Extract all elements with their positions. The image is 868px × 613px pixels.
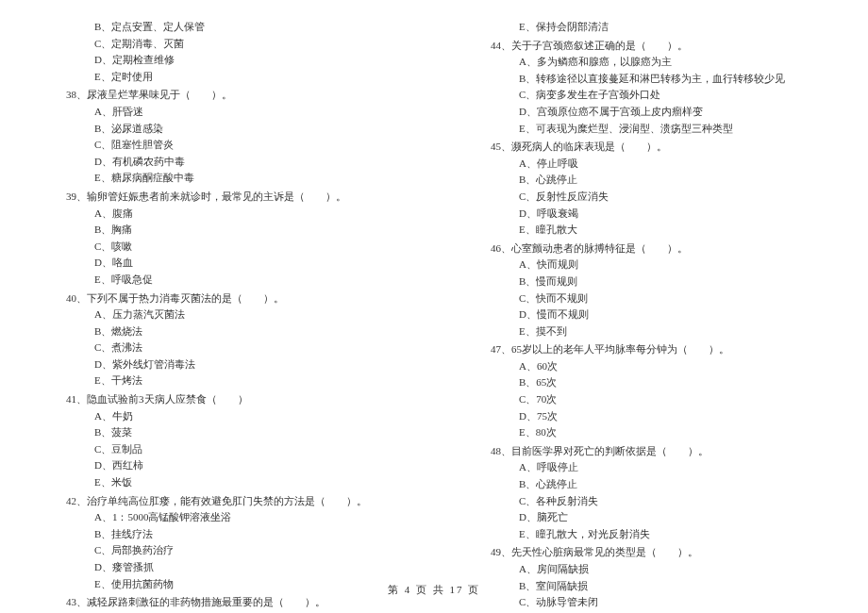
option-line: D、脑死亡 (462, 509, 830, 526)
question-stem: 44、关于子宫颈癌叙述正确的是（ ）。 (462, 38, 830, 55)
question-stem: 45、濒死病人的临床表现是（ ）。 (462, 139, 830, 156)
option-line: D、呼吸衰竭 (462, 206, 830, 223)
option-line: B、定点安置、定人保管 (38, 19, 406, 36)
option-line: E、糖尿病酮症酸中毒 (38, 170, 406, 187)
question-stem: 46、心室颤动患者的脉搏特征是（ ）。 (462, 240, 830, 257)
option-line: E、干烤法 (38, 373, 406, 389)
option-line: D、定期检查维修 (38, 52, 406, 69)
option-line: E、呼吸急促 (38, 272, 406, 289)
option-line: D、慢而不规则 (462, 306, 830, 323)
option-line: A、多为鳞癌和腺癌，以腺癌为主 (462, 54, 830, 71)
option-line: E、米饭 (38, 474, 406, 491)
question-stem: 47、65岁以上的老年人平均脉率每分钟为（ ）。 (462, 341, 830, 358)
option-line: E、瞳孔散大，对光反射消失 (462, 526, 830, 543)
option-line: E、定时使用 (38, 69, 406, 86)
option-line: C、煮沸法 (38, 340, 406, 356)
option-line: B、慢而规则 (462, 273, 830, 290)
option-line: C、局部换药治疗 (38, 542, 406, 559)
option-line: E、摸不到 (462, 323, 830, 340)
option-line: B、胸痛 (38, 222, 406, 239)
question-stem: 39、输卵管妊娠患者前来就诊时，最常见的主诉是（ ）。 (38, 189, 406, 206)
option-line: B、挂线疗法 (38, 526, 406, 543)
option-line: D、宫颈原位癌不属于宫颈上皮内瘤样变 (462, 104, 830, 121)
option-line: B、65次 (462, 374, 830, 391)
option-line: E、可表现为糜烂型、浸润型、溃疡型三种类型 (462, 121, 830, 138)
option-line: A、1：5000高锰酸钾溶液坐浴 (38, 509, 406, 526)
option-line: B、心跳停止 (462, 476, 830, 493)
option-line: C、反射性反应消失 (462, 189, 830, 206)
question-stem: 42、治疗单纯高位肛瘘，能有效避免肛门失禁的方法是（ ）。 (38, 493, 406, 510)
option-line: B、转移途径以直接蔓延和淋巴转移为主，血行转移较少见 (462, 71, 830, 88)
question-stem: 40、下列不属于热力消毒灭菌法的是（ ）。 (38, 290, 406, 307)
option-line: D、有机磷农药中毒 (38, 154, 406, 171)
option-line: D、紫外线灯管消毒法 (38, 356, 406, 373)
option-line: D、西红柿 (38, 457, 406, 474)
option-line: D、75次 (462, 408, 830, 425)
option-line: B、泌尿道感染 (38, 121, 406, 138)
question-stem: 49、先天性心脏病最常见的类型是（ ）。 (462, 544, 830, 561)
option-line: E、瞳孔散大 (462, 222, 830, 239)
option-line: C、病变多发生在子宫颈外口处 (462, 87, 830, 104)
option-line: A、呼吸停止 (462, 459, 830, 476)
right-column: E、保持会阴部清洁44、关于子宫颈癌叙述正确的是（ ）。A、多为鳞癌和腺癌，以腺… (462, 19, 830, 613)
option-line: C、70次 (462, 391, 830, 408)
option-line: B、心跳停止 (462, 172, 830, 189)
question-stem: 41、隐血试验前3天病人应禁食（ ） (38, 391, 406, 408)
option-line: A、停止呼吸 (462, 156, 830, 173)
option-line: A、牛奶 (38, 408, 406, 425)
left-column: B、定点安置、定人保管C、定期消毒、灭菌D、定期检查维修E、定时使用38、尿液呈… (38, 19, 406, 613)
option-line: B、燃烧法 (38, 323, 406, 340)
option-line: E、保持会阴部清洁 (462, 19, 830, 36)
option-line: A、压力蒸汽灭菌法 (38, 306, 406, 323)
page-footer: 第 4 页 共 17 页 (0, 582, 868, 599)
option-line: C、豆制品 (38, 441, 406, 458)
option-line: A、肝昏迷 (38, 104, 406, 121)
question-stem: 48、目前医学界对死亡的判断依据是（ ）。 (462, 443, 830, 460)
option-line: A、腹痛 (38, 206, 406, 223)
content-columns: B、定点安置、定人保管C、定期消毒、灭菌D、定期检查维修E、定时使用38、尿液呈… (38, 19, 830, 613)
question-stem: 38、尿液呈烂苹果味见于（ ）。 (38, 87, 406, 104)
option-line: D、瘘管搔抓 (38, 559, 406, 576)
option-line: E、80次 (462, 424, 830, 441)
option-line: C、快而不规则 (462, 290, 830, 307)
option-line: D、咯血 (38, 255, 406, 272)
option-line: C、定期消毒、灭菌 (38, 36, 406, 53)
option-line: B、菠菜 (38, 424, 406, 441)
option-line: A、快而规则 (462, 257, 830, 273)
option-line: C、各种反射消失 (462, 493, 830, 510)
option-line: A、房间隔缺损 (462, 561, 830, 578)
option-line: A、60次 (462, 358, 830, 375)
option-line: C、阻塞性胆管炎 (38, 137, 406, 154)
option-line: C、咳嗽 (38, 239, 406, 256)
